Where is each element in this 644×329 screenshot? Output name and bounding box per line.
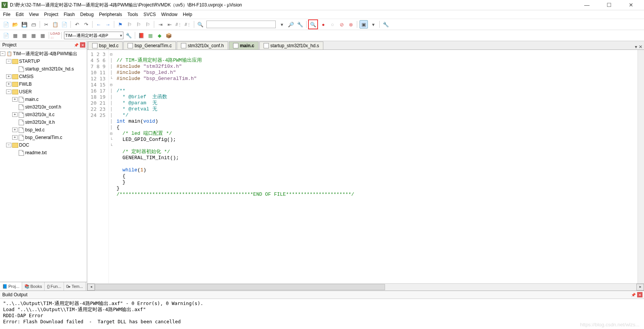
incremental-find-icon[interactable]: 🔧 <box>296 21 304 28</box>
stop-build-icon[interactable]: ▦ <box>39 32 46 39</box>
menu-project[interactable]: Project <box>44 12 58 17</box>
tab-functions[interactable]: {}Fun... <box>45 282 64 291</box>
cut-icon[interactable]: ✂ <box>42 21 50 28</box>
tree-file[interactable]: stm32f10x_conf.h <box>0 103 87 111</box>
breakpoint-disable-icon[interactable]: ○ <box>329 21 336 28</box>
tabs-menu-icon[interactable]: ▾ <box>635 44 637 50</box>
menu-svcs[interactable]: SVCS <box>144 12 156 17</box>
close-button[interactable]: ✕ <box>623 1 639 9</box>
tree-group[interactable]: −STARTUP <box>0 57 87 65</box>
search-input[interactable] <box>206 21 276 28</box>
bookmark-icon[interactable]: ⚑ <box>117 21 124 28</box>
find-icon[interactable]: 🔎 <box>287 21 295 28</box>
search-dropdown-icon[interactable]: ▾ <box>278 21 286 28</box>
tab-templates[interactable]: 0▸Tem... <box>64 282 86 291</box>
target-options-icon[interactable]: 🔧 <box>125 32 133 39</box>
manage-rte-icon[interactable]: ◆ <box>156 32 163 39</box>
indent-icon[interactable]: ⇥ <box>157 21 164 28</box>
scroll-thumb[interactable] <box>95 284 385 290</box>
manage-books-icon[interactable]: 📕 <box>137 32 145 39</box>
copy-icon[interactable]: 📋 <box>51 21 59 28</box>
maximize-button[interactable]: ☐ <box>601 1 617 9</box>
open-file-icon[interactable]: 📂 <box>11 21 19 28</box>
file-tab[interactable]: bsp_GeneralTim.c <box>123 42 176 50</box>
tree-group[interactable]: +FWLB <box>0 80 87 88</box>
outdent-icon[interactable]: ⇤ <box>166 21 173 28</box>
debug-start-icon[interactable]: 🔍 <box>309 21 317 28</box>
download-icon[interactable]: LOAD↓↓ <box>51 32 59 39</box>
build-output-pane: Build Output 📌 ✕ "..\..\Output\TIM-通用定时器… <box>0 291 644 329</box>
menu-help[interactable]: Help <box>183 12 192 17</box>
scroll-right-icon[interactable]: ▸ <box>636 284 644 291</box>
build-output-text[interactable]: "..\..\Output\TIM-通用定时器-4路PWM输出.axf" - 0… <box>0 299 644 329</box>
code-content[interactable]: // TIM–通用定时器-4路PWM输出应用 #include "stm32f1… <box>113 50 644 283</box>
redo-icon[interactable]: ↷ <box>82 21 90 28</box>
menu-tools[interactable]: Tools <box>128 12 138 17</box>
menu-peripherals[interactable]: Peripherals <box>99 12 122 17</box>
breakpoint-kill-icon[interactable]: ⊘ <box>338 21 345 28</box>
tree-root[interactable]: −📋TIM—通用定时器-4路PWM输出 <box>0 50 87 57</box>
save-all-icon[interactable]: 🗃 <box>30 21 37 28</box>
pin-icon[interactable]: 📌 <box>631 293 636 297</box>
menu-file[interactable]: File <box>3 12 10 17</box>
tree-file[interactable]: stm32f10x_it.h <box>0 118 87 126</box>
find-in-files-icon[interactable]: 🔍 <box>197 21 204 28</box>
manage-components-icon[interactable]: ▦ <box>147 32 154 39</box>
save-icon[interactable]: 💾 <box>21 21 28 28</box>
nav-back-icon[interactable]: ← <box>95 21 102 28</box>
paste-icon[interactable]: 📄 <box>61 21 68 28</box>
breakpoint-killall-icon[interactable]: ⊗ <box>347 21 355 28</box>
bookmark-clear-icon[interactable]: ⚐ <box>144 21 152 28</box>
tree-group[interactable]: −USER <box>0 88 87 96</box>
pane-close-icon[interactable]: ✕ <box>637 292 642 297</box>
menu-debug[interactable]: Debug <box>80 12 94 17</box>
project-tree[interactable]: −📋TIM—通用定时器-4路PWM输出−STARTUPstartup_stm32… <box>0 49 87 282</box>
window-layout-icon[interactable]: ▣ <box>360 20 368 29</box>
tree-file[interactable]: +bsp_GeneralTim.c <box>0 134 87 141</box>
batch-build-icon[interactable]: ▦ <box>30 32 37 39</box>
tab-label: startup_stm32f10x_hd.s <box>270 43 319 48</box>
layout-dropdown-icon[interactable]: ▾ <box>369 21 377 28</box>
target-selector[interactable]: TIM—通用定时器-4路P ▾ <box>64 32 123 39</box>
menu-window[interactable]: Window <box>161 12 177 17</box>
build-icon[interactable]: ▦ <box>11 32 19 39</box>
uncomment-icon[interactable]: //⋮ <box>184 21 192 28</box>
menu-edit[interactable]: Edit <box>16 12 24 17</box>
pack-installer-icon[interactable]: 📦 <box>165 32 173 39</box>
tab-project[interactable]: 📘Proj... <box>0 282 22 291</box>
separator <box>114 21 114 28</box>
file-tab[interactable]: stm32f10x_conf.h <box>177 42 228 50</box>
minimize-button[interactable]: — <box>579 1 594 9</box>
menu-flash[interactable]: Flash <box>64 12 75 17</box>
comment-icon[interactable]: //⋮ <box>175 21 182 28</box>
rebuild-icon[interactable]: ▦ <box>21 32 28 39</box>
tree-file[interactable]: readme.txt <box>0 149 87 157</box>
file-tab[interactable]: startup_stm32f10x_hd.s <box>259 42 323 50</box>
scroll-left-icon[interactable]: ◂ <box>87 284 95 291</box>
configure-icon[interactable]: 🔧 <box>382 21 390 28</box>
code-editor[interactable]: 1 2 3 4 5 6 7 8 9 10 11 12 13 14 15 16 1… <box>87 50 644 283</box>
bookmark-prev-icon[interactable]: ⚐ <box>126 21 133 28</box>
tree-file[interactable]: +main.c <box>0 96 87 103</box>
file-tab[interactable]: bsp_led.c <box>88 42 123 50</box>
tree-file[interactable]: +bsp_led.c <box>0 126 87 134</box>
tree-file[interactable]: startup_stm32f10x_hd.s <box>0 65 87 73</box>
translate-icon[interactable]: 📄 <box>2 32 10 39</box>
tree-group[interactable]: +CMSIS <box>0 73 87 80</box>
tree-file[interactable]: +stm32f10x_it.c <box>0 111 87 118</box>
horizontal-scrollbar[interactable]: ◂ ▸ <box>87 283 644 291</box>
fold-gutter[interactable]: ⊟ │ │ │ └ ⊟ │ │ │ │ │ │ │ ⊟ └ └ <box>109 50 113 283</box>
tabs-close-icon[interactable]: ✕ <box>639 44 642 50</box>
pane-close-icon[interactable]: ✕ <box>80 42 85 48</box>
bookmark-next-icon[interactable]: ⚐ <box>135 21 142 28</box>
nav-forward-icon[interactable]: → <box>104 21 112 28</box>
tab-books[interactable]: 📚Books <box>22 282 45 291</box>
new-file-icon[interactable]: 📄 <box>2 21 10 28</box>
menu-view[interactable]: View <box>29 12 39 17</box>
pin-icon[interactable]: 📌 <box>74 43 78 47</box>
tree-group[interactable]: −DOC <box>0 141 87 149</box>
vertical-scrollbar[interactable] <box>638 50 644 283</box>
undo-icon[interactable]: ↶ <box>73 21 81 28</box>
breakpoint-insert-icon[interactable]: ● <box>320 21 327 28</box>
file-tab[interactable]: main.c <box>229 42 259 50</box>
